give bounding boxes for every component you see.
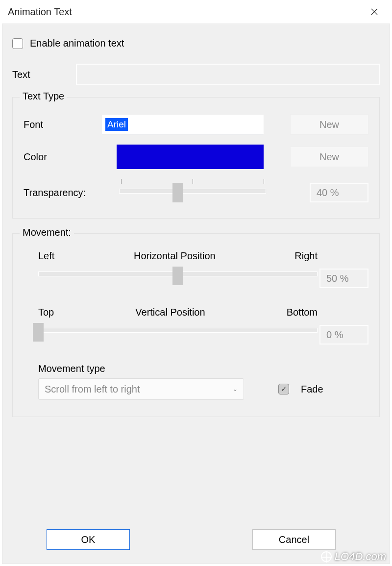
font-value: Ariel (105, 118, 128, 131)
v-title-label: Vertical Position (135, 307, 205, 318)
movement-type-label: Movement type (38, 363, 368, 374)
fade-label: Fade (301, 384, 323, 395)
enable-checkbox[interactable] (12, 38, 23, 49)
h-right-label: Right (294, 250, 318, 262)
fade-wrap: Fade (278, 384, 323, 395)
transparency-row: Transparency: 40 % (24, 179, 368, 206)
enable-label: Enable animation text (30, 38, 124, 49)
h-title-label: Horizontal Position (134, 250, 216, 262)
ok-button[interactable]: OK (47, 529, 130, 550)
movement-group: Movement: Left Horizontal Position Right… (12, 233, 380, 417)
movement-type-row: Movement type Scroll from left to right … (24, 363, 368, 400)
color-row: Color New (24, 145, 368, 169)
chevron-down-icon: ⌄ (233, 386, 238, 393)
watermark-text: LO4D.com (335, 550, 386, 563)
horizontal-slider[interactable] (38, 265, 318, 292)
color-swatch[interactable] (117, 145, 264, 169)
horizontal-value: 50 % (319, 269, 368, 288)
font-label: Font (24, 119, 102, 130)
transparency-label: Transparency: (24, 187, 119, 198)
transparency-value: 40 % (310, 183, 368, 202)
fade-checkbox[interactable] (278, 384, 289, 394)
close-button[interactable] (365, 2, 384, 22)
text-row: Text (12, 64, 380, 85)
font-input[interactable]: Ariel (102, 115, 264, 134)
movement-type-value: Scroll from left to right (45, 384, 140, 395)
movement-type-combo[interactable]: Scroll from left to right ⌄ (38, 378, 244, 400)
dialog-client: Enable animation text Text Text Type Fon… (2, 24, 390, 564)
vertical-labels: Top Vertical Position Bottom (38, 307, 318, 318)
v-top-label: Top (38, 307, 54, 318)
text-type-legend: Text Type (20, 91, 67, 102)
vertical-thumb[interactable] (33, 323, 44, 342)
vertical-value: 0 % (319, 325, 368, 345)
text-input[interactable] (76, 64, 380, 85)
text-type-group: Text Type Font Ariel New Color New Trans… (12, 97, 380, 219)
h-left-label: Left (38, 250, 54, 262)
globe-icon (321, 551, 332, 562)
titlebar: Animation Text (0, 0, 392, 24)
cancel-button[interactable]: Cancel (252, 529, 336, 550)
horizontal-thumb[interactable] (172, 267, 183, 285)
vertical-row: 0 % (24, 321, 368, 348)
enable-row: Enable animation text (12, 38, 380, 49)
vertical-slider[interactable] (38, 321, 318, 348)
horizontal-row: 50 % (24, 265, 368, 292)
close-icon (371, 8, 378, 15)
transparency-thumb[interactable] (172, 183, 183, 202)
color-label: Color (24, 151, 102, 163)
horizontal-labels: Left Horizontal Position Right (38, 250, 318, 262)
movement-legend: Movement: (20, 227, 74, 238)
font-row: Font Ariel New (24, 114, 368, 135)
text-label: Text (12, 69, 76, 80)
transparency-slider[interactable] (119, 179, 266, 206)
watermark: LO4D.com (321, 550, 386, 563)
color-new-button[interactable]: New (290, 147, 368, 167)
button-bar: OK Cancel (2, 529, 390, 550)
font-new-button[interactable]: New (290, 114, 368, 135)
window-title: Animation Text (8, 6, 365, 18)
v-bottom-label: Bottom (287, 307, 318, 318)
